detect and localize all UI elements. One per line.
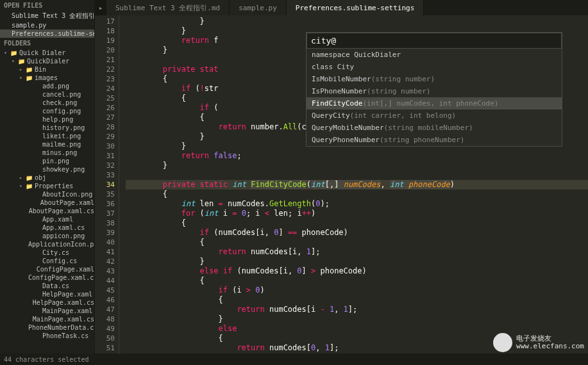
- goto-symbol-item[interactable]: class City: [307, 61, 562, 73]
- code-area[interactable]: 1718192021222324252627282930313233343536…: [95, 15, 588, 353]
- code-line: {: [126, 190, 588, 199]
- chevron-down-icon: ▾: [19, 183, 26, 189]
- file-item[interactable]: AboutPage.xaml.cs: [0, 207, 94, 215]
- file-item[interactable]: AboutPage.xaml: [0, 199, 94, 207]
- line-number: 28: [95, 122, 115, 132]
- file-item[interactable]: pin.png: [0, 157, 94, 165]
- folder-icon: 📁: [26, 175, 33, 181]
- file-item[interactable]: HelpPage.xaml: [0, 290, 94, 298]
- file-item[interactable]: check.png: [0, 99, 94, 107]
- tree-item-label: City.cs: [42, 249, 69, 256]
- file-item[interactable]: City.cs: [0, 248, 94, 257]
- tree-item-label: ConfigPage.xaml: [37, 266, 94, 273]
- tree-item-label: MainPage.xaml.cs: [33, 316, 94, 323]
- symbol-label: namespace QuickDialer: [312, 51, 401, 59]
- chevron-right-icon: ▸: [19, 175, 26, 181]
- folder-icon: 📁: [26, 183, 33, 190]
- file-item[interactable]: mailme.png: [0, 140, 94, 149]
- tree-item-label: cancel.png: [42, 91, 81, 98]
- symbol-signature: (string number): [371, 75, 435, 83]
- symbol-signature: (string mobileNumber): [384, 124, 473, 132]
- folder-item[interactable]: ▾📁QuickDialer: [0, 57, 94, 65]
- file-item[interactable]: likeit.png: [0, 132, 94, 140]
- file-item[interactable]: App.xaml.cs: [0, 223, 94, 232]
- line-number: 26: [95, 103, 115, 113]
- line-number: 21: [95, 55, 115, 65]
- tree-item-label: MainPage.xaml: [42, 307, 92, 314]
- tree-item-label: PhoneTask.cs: [42, 332, 88, 339]
- line-number: 42: [95, 257, 115, 266]
- goto-symbol-item[interactable]: QueryPhoneNumber(string phoneNumber): [307, 134, 562, 146]
- folders-header: FOLDERS: [0, 38, 94, 49]
- tree-item-label: Properties: [35, 182, 73, 190]
- file-item[interactable]: config.png: [0, 107, 94, 115]
- tree-item-label: add.png: [42, 83, 69, 90]
- editor-tab[interactable]: Sublime Text 3 全程指引.md: [106, 0, 230, 15]
- status-bar: 44 characters selected: [0, 353, 588, 365]
- watermark-url: www.elecfans.com: [516, 343, 584, 350]
- file-item[interactable]: Config.cs: [0, 257, 94, 265]
- tree-item-label: minus.png: [42, 149, 77, 156]
- symbol-signature: (int[,] numCodes, int phoneCode): [362, 99, 498, 108]
- file-item[interactable]: AboutIcon.png: [0, 190, 94, 199]
- sidebar: OPEN FILES Sublime Text 3 全程指引.mdsample.…: [0, 0, 95, 353]
- file-item[interactable]: App.xaml: [0, 215, 94, 223]
- file-item[interactable]: PhoneTask.cs: [0, 332, 94, 340]
- symbol-label: class City: [312, 63, 354, 71]
- folder-item[interactable]: ▾📁images: [0, 74, 94, 82]
- symbol-label: QueryPhoneNumber: [312, 136, 380, 144]
- folder-item[interactable]: ▾📁Quick Dialer: [0, 49, 94, 57]
- file-item[interactable]: MainPage.xaml: [0, 307, 94, 315]
- symbol-label: FindCityCode: [312, 99, 362, 108]
- file-item[interactable]: appicon.png: [0, 232, 94, 240]
- tab-dropdown-icon[interactable]: ▸: [95, 0, 106, 15]
- line-number: 37: [95, 209, 115, 218]
- line-number: 41: [95, 247, 115, 257]
- goto-symbol-item[interactable]: IsMobileNumber(string number): [307, 73, 562, 85]
- code-line: return numCodes[i - 1, 1];: [126, 305, 588, 314]
- line-number: 24: [95, 84, 115, 93]
- open-file-item[interactable]: sample.py: [0, 21, 94, 29]
- file-item[interactable]: PhoneNumberData.cs: [0, 323, 94, 332]
- tree-item-label: obj: [35, 174, 46, 181]
- file-item[interactable]: cancel.png: [0, 90, 94, 99]
- goto-symbol-item[interactable]: QueryMobileNumber(string mobileNumber): [307, 122, 562, 134]
- tree-item-label: pin.png: [42, 158, 69, 165]
- file-item[interactable]: ConfigPage.xaml: [0, 265, 94, 273]
- tree-item-label: QuickDialer: [27, 58, 69, 65]
- file-item[interactable]: ConfigPage.xaml.cs: [0, 273, 94, 282]
- status-text: 44 characters selected: [4, 356, 88, 363]
- line-number: 22: [95, 65, 115, 74]
- code-line: [126, 170, 588, 180]
- file-item[interactable]: MainPage.xaml.cs: [0, 315, 94, 323]
- file-item[interactable]: minus.png: [0, 149, 94, 157]
- goto-symbol-item[interactable]: QueryCity(int carrier, int belong): [307, 110, 562, 122]
- editor-tab[interactable]: Preferences.sublime-settings: [287, 0, 424, 15]
- folder-item[interactable]: ▸📁Bin: [0, 65, 94, 74]
- folder-item[interactable]: ▸📁obj: [0, 174, 94, 182]
- code-line: int len = numCodes.GetLength(0);: [126, 199, 588, 209]
- goto-symbol-item[interactable]: FindCityCode(int[,] numCodes, int phoneC…: [307, 97, 562, 110]
- tree-item-label: App.xaml: [42, 216, 73, 223]
- goto-symbol-item[interactable]: IsPhoneNumber(string number): [307, 85, 562, 97]
- tree-item-label: help.png: [42, 116, 73, 123]
- file-item[interactable]: add.png: [0, 82, 94, 90]
- code-line: }: [126, 353, 588, 353]
- tree-item-label: likeit.png: [42, 133, 81, 140]
- file-item[interactable]: HelpPage.xaml.cs: [0, 298, 94, 307]
- file-item[interactable]: showkey.png: [0, 165, 94, 174]
- goto-symbol-item[interactable]: namespace QuickDialer: [307, 49, 562, 61]
- file-item[interactable]: Data.cs: [0, 282, 94, 290]
- folder-item[interactable]: ▾📁Properties: [0, 182, 94, 190]
- symbol-label: IsMobileNumber: [312, 75, 371, 83]
- line-number: 46: [95, 295, 115, 305]
- open-file-item[interactable]: Preferences.sublime-settings: [0, 29, 94, 38]
- line-number: 38: [95, 218, 115, 228]
- line-number: 45: [95, 286, 115, 295]
- editor-tab[interactable]: sample.py: [230, 0, 287, 15]
- file-item[interactable]: help.png: [0, 115, 94, 124]
- goto-symbol-input[interactable]: [307, 33, 562, 49]
- open-file-item[interactable]: Sublime Text 3 全程指引.md: [0, 11, 94, 21]
- file-item[interactable]: ApplicationIcon.png: [0, 240, 94, 248]
- file-item[interactable]: history.png: [0, 124, 94, 132]
